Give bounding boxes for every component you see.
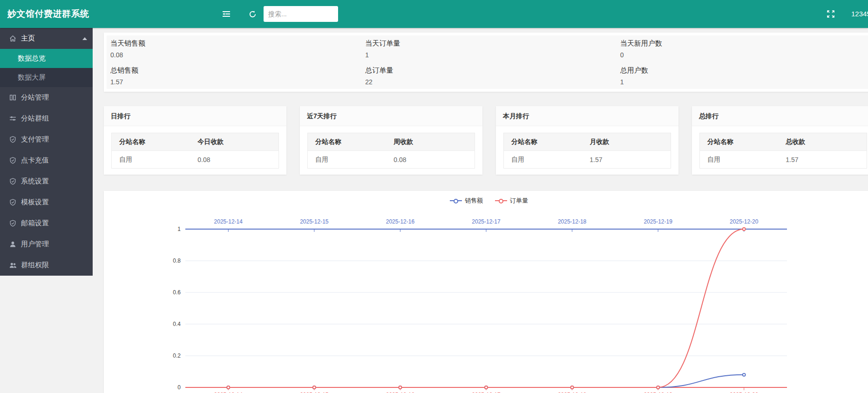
ranking-table: 分站名称今日收款自用0.08 <box>111 133 279 169</box>
svg-text:2025-12-19: 2025-12-19 <box>644 218 672 225</box>
site-name-cell: 自用 <box>504 156 582 164</box>
stat-cell: 总用户数1 <box>617 62 868 89</box>
legend-line-circle-icon <box>450 200 462 201</box>
sliders-icon <box>9 115 16 122</box>
sidebar-item-7[interactable]: 邮箱设置 <box>0 213 93 234</box>
chart-card: 销售额订单量 2025-12-142025-12-142025-12-15202… <box>104 191 868 393</box>
stat-label: 当天新用户数 <box>620 39 868 48</box>
site-name-cell: 自用 <box>308 156 386 164</box>
sidebar-subitem-label: 数据总览 <box>18 54 46 63</box>
app-title: 妙文馆付费进群系统 <box>7 0 89 28</box>
sidebar-item-9[interactable]: 群组权限 <box>0 255 93 276</box>
shield-check-icon <box>9 220 16 227</box>
table-row: 自用0.08 <box>112 150 278 168</box>
table-header-cell: 分站名称 <box>700 138 778 146</box>
sidebar-subitem-label: 数据大屏 <box>18 73 46 82</box>
stat-value: 1 <box>620 78 868 86</box>
svg-text:0.2: 0.2 <box>173 352 181 359</box>
ranking-card-body: 分站名称月收款自用1.57 <box>496 126 678 169</box>
sidebar-item-label: 支付管理 <box>21 135 49 144</box>
sidebar-item-label: 点卡充值 <box>21 156 49 165</box>
legend-item-1[interactable]: 订单量 <box>495 196 528 205</box>
app-header: 妙文馆付费进群系统 12345 <box>0 0 868 28</box>
sales-orders-chart: 2025-12-142025-12-142025-12-152025-12-15… <box>104 191 868 393</box>
stat-value: 1 <box>365 51 616 59</box>
shield-check-icon <box>9 178 16 185</box>
svg-text:0.6: 0.6 <box>173 289 181 296</box>
table-header-cell: 分站名称 <box>308 138 386 146</box>
sidebar-item-8[interactable]: 用户管理 <box>0 234 93 255</box>
sidebar-item-0[interactable]: 主页 <box>0 28 93 49</box>
site-name-cell: 自用 <box>112 156 190 164</box>
svg-text:0.4: 0.4 <box>173 321 181 327</box>
stat-value: 1.57 <box>110 78 361 86</box>
legend-item-0[interactable]: 销售额 <box>450 196 483 205</box>
username[interactable]: 12345 <box>851 0 868 28</box>
legend-label: 订单量 <box>510 196 528 205</box>
svg-text:2025-12-17: 2025-12-17 <box>472 218 501 225</box>
stat-cell: 当天订单量1 <box>361 35 616 62</box>
ranking-card-title: 总排行 <box>692 106 868 126</box>
sidebar-subitem-0-0[interactable]: 数据总览 <box>0 49 93 68</box>
app-window: 妙文馆付费进群系统 12345 主页 <box>0 0 868 393</box>
svg-text:2025-12-14: 2025-12-14 <box>214 218 243 225</box>
stat-label: 总销售额 <box>110 66 361 75</box>
stat-cell: 当天新用户数0 <box>617 35 868 62</box>
fullscreen-icon[interactable] <box>823 7 838 21</box>
table-header-row: 分站名称月收款 <box>504 133 671 150</box>
sidebar-item-label: 群组权限 <box>21 261 49 270</box>
sidebar-item-4[interactable]: 点卡充值 <box>0 150 93 171</box>
legend-line-circle-icon <box>495 200 507 201</box>
ranking-table: 分站名称周收款自用0.08 <box>307 133 475 169</box>
ranking-card-0: 日排行分站名称今日收款自用0.08 <box>104 106 286 175</box>
ranking-card-1: 近7天排行分站名称周收款自用0.08 <box>300 106 482 175</box>
ranking-card-title: 本月排行 <box>496 106 678 126</box>
ranking-card-body: 分站名称总收款自用1.57 <box>692 126 868 169</box>
svg-text:1: 1 <box>177 226 181 232</box>
sidebar-item-6[interactable]: 模板设置 <box>0 192 93 213</box>
amount-cell: 0.08 <box>386 156 475 163</box>
ranking-card-3: 总排行分站名称总收款自用1.57 <box>692 106 868 175</box>
stat-cell: 当天销售额0.08 <box>107 35 361 62</box>
ranking-card-2: 本月排行分站名称月收款自用1.57 <box>496 106 678 175</box>
menu-collapse-icon[interactable] <box>219 7 234 21</box>
svg-text:2025-12-15: 2025-12-15 <box>300 218 329 225</box>
sidebar-item-label: 邮箱设置 <box>21 219 49 228</box>
sidebar-item-label: 系统设置 <box>21 177 49 186</box>
stat-cell: 总订单量22 <box>361 62 616 89</box>
sidebar-item-label: 分站管理 <box>21 93 49 102</box>
sidebar-item-label: 主页 <box>21 34 35 43</box>
sidebar-item-label: 模板设置 <box>21 198 49 207</box>
svg-text:2025-12-20: 2025-12-20 <box>730 218 759 225</box>
ranking-table: 分站名称月收款自用1.57 <box>503 133 671 169</box>
sidebar-item-1[interactable]: 分站管理 <box>0 87 93 108</box>
table-header-cell: 月收款 <box>582 138 671 146</box>
sidebar-item-3[interactable]: 支付管理 <box>0 129 93 150</box>
table-header-row: 分站名称今日收款 <box>112 133 278 150</box>
legend-label: 销售额 <box>465 196 483 205</box>
ranking-card-title: 日排行 <box>104 106 286 126</box>
sidebar-subitem-0-1[interactable]: 数据大屏 <box>0 68 93 87</box>
sidebar-item-label: 用户管理 <box>21 240 49 249</box>
sidebar: 主页数据总览数据大屏分站管理分站群组支付管理点卡充值系统设置模板设置邮箱设置用户… <box>0 28 93 276</box>
shield-check-icon <box>9 199 16 206</box>
sidebar-item-label: 分站群组 <box>21 114 49 123</box>
ranking-table: 分站名称总收款自用1.57 <box>699 133 867 169</box>
stat-label: 当天订单量 <box>365 39 616 48</box>
search-input[interactable] <box>264 6 338 22</box>
stat-value: 0.08 <box>110 51 361 59</box>
svg-text:0: 0 <box>177 384 181 391</box>
ranking-card-title: 近7天排行 <box>300 106 482 126</box>
table-header-row: 分站名称周收款 <box>308 133 475 150</box>
ranking-card-body: 分站名称周收款自用0.08 <box>300 126 482 169</box>
users-icon <box>9 262 16 269</box>
chart-legend: 销售额订单量 <box>104 196 868 205</box>
table-header-cell: 今日收款 <box>190 138 278 146</box>
shield-check-icon <box>9 157 16 164</box>
sidebar-item-5[interactable]: 系统设置 <box>0 171 93 192</box>
stats-grid: 当天销售额0.08当天订单量1当天新用户数0总销售额1.57总订单量22总用户数… <box>107 35 868 89</box>
sidebar-item-2[interactable]: 分站群组 <box>0 108 93 129</box>
amount-cell: 0.08 <box>190 156 278 163</box>
stat-value: 22 <box>365 78 616 86</box>
refresh-icon[interactable] <box>245 7 260 21</box>
